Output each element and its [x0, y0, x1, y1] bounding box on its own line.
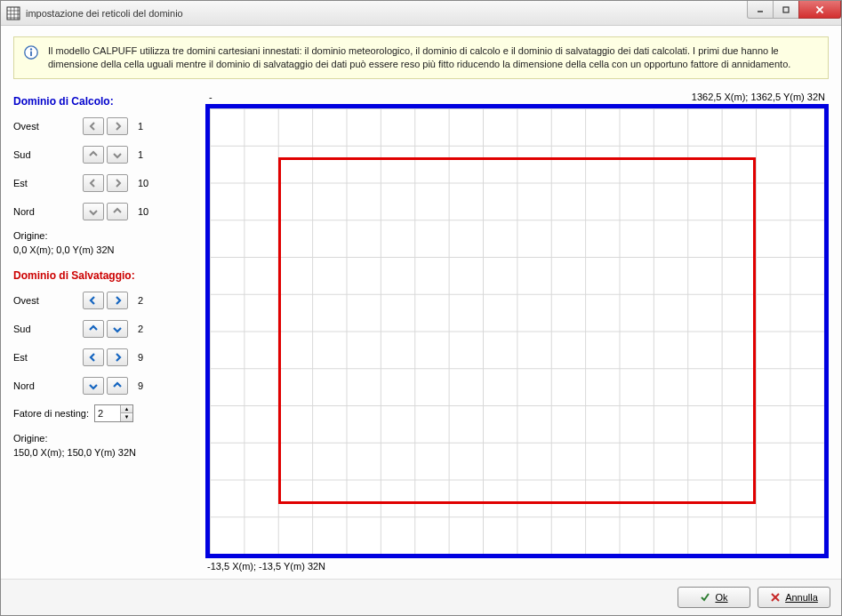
- calc-nord-label: Nord: [13, 206, 83, 217]
- maximize-button[interactable]: [773, 1, 799, 19]
- titlebar: impostazione dei reticoli del dominio: [1, 1, 841, 26]
- calc-est-label: Est: [13, 178, 83, 188]
- nesting-label: Fatore di nesting:: [13, 408, 89, 419]
- calc-section-title: Dominio di Calcolo:: [13, 95, 198, 108]
- calc-ovest-increase-button[interactable]: [107, 117, 128, 135]
- app-icon: [6, 6, 20, 20]
- save-est-increase-button[interactable]: [107, 348, 128, 366]
- nesting-spinner[interactable]: ▲ ▼: [94, 404, 133, 422]
- save-origin-value: 150,0 X(m); 150,0 Y(m) 32N: [13, 447, 198, 458]
- calc-origin-label: Origine:: [13, 230, 198, 241]
- save-ovest-value: 2: [138, 295, 156, 306]
- save-est-decrease-button[interactable]: [83, 348, 104, 366]
- calc-est-value: 10: [138, 178, 156, 188]
- svg-rect-2: [783, 7, 789, 12]
- plot-top-labels: - 1362,5 X(m); 1362,5 Y(m) 32N: [205, 92, 829, 102]
- save-nord-value: 9: [138, 380, 156, 391]
- window-controls: [748, 1, 841, 19]
- save-domain-box: [278, 157, 756, 504]
- calc-sud-row: Sud 1: [13, 145, 198, 164]
- calc-nord-decrease-button[interactable]: [83, 203, 104, 220]
- calc-sud-decrease-button[interactable]: [83, 146, 104, 164]
- dialog-window: impostazione dei reticoli del dominio Il…: [0, 0, 842, 616]
- save-est-value: 9: [138, 352, 156, 363]
- save-section-title: Dominio di Salvataggio:: [13, 269, 198, 282]
- nesting-down-button[interactable]: ▼: [121, 413, 132, 421]
- calc-ovest-row: Ovest 1: [13, 116, 198, 136]
- save-ovest-decrease-button[interactable]: [83, 292, 104, 309]
- save-nord-label: Nord: [13, 380, 83, 391]
- main-area: Dominio di Calcolo: Ovest 1 Sud 1 Est: [13, 92, 829, 572]
- save-sud-row: Sud 2: [13, 319, 198, 339]
- calc-ovest-decrease-button[interactable]: [83, 117, 104, 135]
- calc-nord-row: Nord 10: [13, 202, 198, 221]
- calc-origin-value: 0,0 X(m); 0,0 Y(m) 32N: [13, 244, 198, 255]
- nesting-up-button[interactable]: ▲: [121, 405, 132, 414]
- calc-sud-increase-button[interactable]: [107, 146, 128, 164]
- calc-nord-increase-button[interactable]: [107, 203, 128, 220]
- info-icon: [23, 44, 39, 60]
- save-sud-decrease-button[interactable]: [83, 320, 104, 338]
- plot-bottom-left-label: -13,5 X(m); -13,5 Y(m) 32N: [205, 561, 829, 572]
- calc-ovest-label: Ovest: [13, 121, 83, 132]
- domain-plot: [205, 104, 829, 558]
- plot-top-left-label: -: [209, 92, 213, 102]
- info-text: Il modello CALPUFF utilizza tre domini c…: [48, 44, 819, 71]
- save-sud-increase-button[interactable]: [107, 320, 128, 338]
- svg-point-4: [30, 48, 32, 50]
- calc-sud-value: 1: [138, 149, 156, 160]
- nesting-input[interactable]: [95, 405, 120, 421]
- cancel-button[interactable]: Annulla: [758, 587, 830, 608]
- ok-button-label: Ok: [715, 592, 727, 603]
- calc-ovest-value: 1: [138, 121, 156, 132]
- save-ovest-row: Ovest 2: [13, 291, 198, 310]
- calc-est-row: Est 10: [13, 173, 198, 193]
- save-nord-row: Nord 9: [13, 376, 198, 396]
- nesting-row: Fatore di nesting: ▲ ▼: [13, 404, 198, 422]
- cancel-button-label: Annulla: [785, 592, 818, 603]
- footer: Ok Annulla: [1, 579, 841, 615]
- save-nord-decrease-button[interactable]: [83, 377, 104, 395]
- plot-area: - 1362,5 X(m); 1362,5 Y(m) 32N -13,5 X(m…: [205, 92, 829, 572]
- save-sud-label: Sud: [13, 324, 83, 334]
- window-title: impostazione dei reticoli del dominio: [26, 8, 183, 19]
- x-icon: [770, 592, 781, 603]
- save-ovest-increase-button[interactable]: [107, 292, 128, 309]
- check-icon: [700, 592, 710, 603]
- save-ovest-label: Ovest: [13, 295, 83, 306]
- info-panel: Il modello CALPUFF utilizza tre domini c…: [13, 36, 829, 79]
- ok-button[interactable]: Ok: [678, 587, 750, 608]
- save-origin-label: Origine:: [13, 433, 198, 444]
- left-panel: Dominio di Calcolo: Ovest 1 Sud 1 Est: [13, 92, 198, 572]
- save-sud-value: 2: [138, 324, 156, 334]
- plot-top-right-label: 1362,5 X(m); 1362,5 Y(m) 32N: [692, 92, 825, 102]
- close-button[interactable]: [798, 1, 841, 19]
- save-est-row: Est 9: [13, 348, 198, 367]
- calc-nord-value: 10: [138, 206, 156, 217]
- content-area: Il modello CALPUFF utilizza tre domini c…: [1, 26, 841, 579]
- save-nord-increase-button[interactable]: [107, 377, 128, 395]
- calc-est-decrease-button[interactable]: [83, 174, 104, 192]
- svg-rect-5: [30, 52, 32, 56]
- minimize-button[interactable]: [747, 1, 774, 19]
- calc-est-increase-button[interactable]: [107, 174, 128, 192]
- save-est-label: Est: [13, 352, 83, 363]
- calc-sud-label: Sud: [13, 149, 83, 160]
